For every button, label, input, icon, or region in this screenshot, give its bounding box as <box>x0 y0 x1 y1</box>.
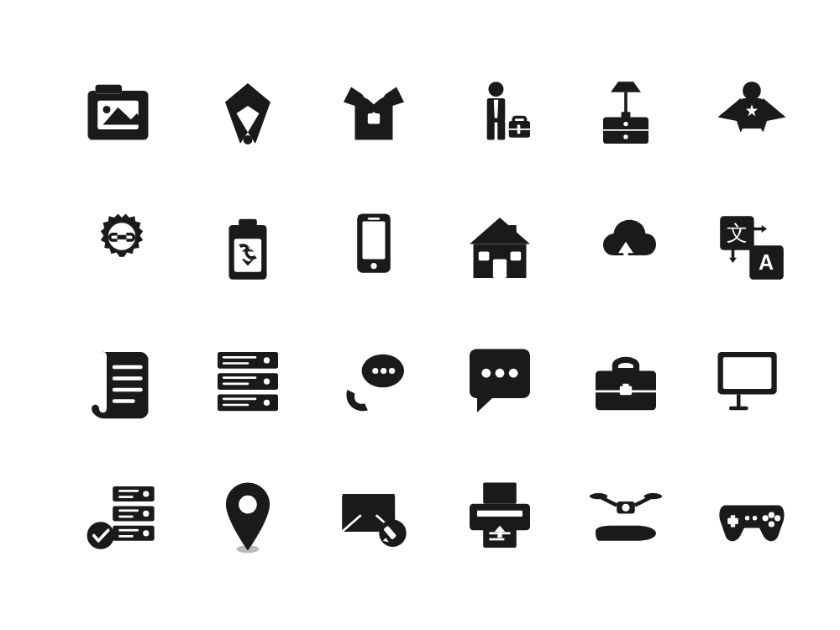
svg-point-88 <box>143 511 149 517</box>
verified-server-icon <box>59 449 185 584</box>
phone-chat-icon <box>311 315 437 449</box>
svg-point-59 <box>264 379 270 385</box>
svg-rect-17 <box>513 118 525 123</box>
svg-point-71 <box>481 369 491 378</box>
svg-marker-26 <box>611 81 641 92</box>
svg-rect-33 <box>239 219 257 227</box>
svg-rect-76 <box>622 384 628 388</box>
location-pin-icon <box>185 449 311 584</box>
svg-rect-15 <box>497 121 505 140</box>
svg-point-121 <box>769 521 774 527</box>
superhero-icon <box>689 46 815 181</box>
svg-point-8 <box>244 135 253 144</box>
monitor-icon <box>689 315 815 449</box>
svg-point-96 <box>237 545 260 553</box>
svg-text:文: 文 <box>727 222 748 244</box>
svg-point-11 <box>489 81 504 97</box>
svg-rect-42 <box>493 260 507 279</box>
svg-point-23 <box>623 134 627 139</box>
svg-rect-79 <box>723 357 772 389</box>
svg-rect-36 <box>363 222 386 260</box>
svg-point-123 <box>745 516 749 520</box>
printer-icon <box>437 449 563 584</box>
link-gear-icon <box>59 181 185 315</box>
svg-marker-39 <box>470 218 530 244</box>
translate-icon: 文 A <box>689 181 815 315</box>
svg-point-95 <box>239 496 257 514</box>
svg-line-113 <box>635 498 650 506</box>
svg-text:A: A <box>759 250 774 274</box>
svg-point-120 <box>769 512 774 518</box>
svg-point-22 <box>623 122 627 126</box>
svg-point-114 <box>590 493 608 499</box>
pen-nib-icon <box>185 46 311 181</box>
briefcase-icon <box>563 315 689 449</box>
photo-folder-icon <box>59 46 185 181</box>
svg-rect-80 <box>737 394 741 407</box>
svg-line-112 <box>601 498 617 506</box>
svg-rect-104 <box>483 483 517 504</box>
cloud-upload-icon <box>563 181 689 315</box>
gamepad-icon <box>689 449 815 584</box>
svg-point-55 <box>264 357 270 363</box>
svg-rect-81 <box>729 407 748 411</box>
svg-point-28 <box>743 81 761 100</box>
svg-point-68 <box>372 368 378 374</box>
svg-rect-43 <box>479 252 490 261</box>
mobile-phone-icon <box>311 181 437 315</box>
scroll-list-icon <box>59 315 185 449</box>
server-rack-icon <box>185 315 311 449</box>
svg-point-116 <box>622 504 630 512</box>
svg-point-5 <box>103 106 111 113</box>
drone-hand-icon <box>563 449 689 584</box>
businessman-icon <box>437 46 563 181</box>
lamp-drawer-icon <box>563 46 689 181</box>
recycle-battery-icon <box>185 181 311 315</box>
svg-point-84 <box>143 491 149 496</box>
svg-point-70 <box>389 368 395 374</box>
mail-edit-icon <box>311 449 437 584</box>
svg-rect-25 <box>624 92 627 113</box>
svg-point-92 <box>143 530 149 536</box>
icon-grid: 文 A <box>42 29 798 601</box>
chat-bubble-icon <box>437 315 563 449</box>
svg-rect-40 <box>509 225 517 240</box>
svg-rect-106 <box>477 511 522 517</box>
house-icon <box>437 181 563 315</box>
svg-rect-118 <box>727 518 738 524</box>
svg-point-82 <box>87 522 114 549</box>
shirt-icon <box>311 46 437 181</box>
svg-rect-44 <box>511 252 522 261</box>
svg-point-122 <box>774 515 780 521</box>
svg-rect-14 <box>487 121 495 140</box>
svg-point-37 <box>370 263 376 269</box>
svg-point-73 <box>509 369 518 378</box>
svg-point-124 <box>753 516 757 520</box>
svg-rect-38 <box>368 218 380 220</box>
svg-rect-31 <box>118 235 127 239</box>
svg-point-119 <box>763 515 769 521</box>
svg-rect-2 <box>96 85 123 94</box>
svg-point-69 <box>381 368 386 374</box>
svg-point-63 <box>264 400 270 406</box>
svg-rect-19 <box>517 125 521 134</box>
svg-point-72 <box>496 369 505 378</box>
svg-point-115 <box>644 493 663 499</box>
